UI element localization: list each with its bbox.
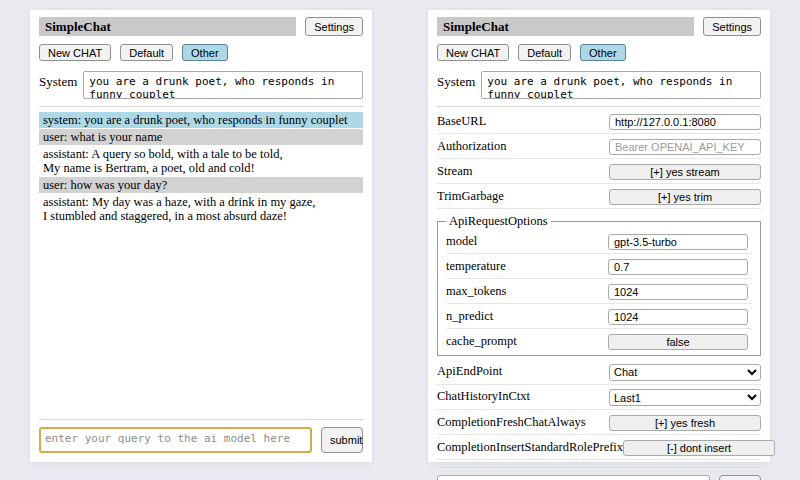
trimgarbage-label: TrimGarbage — [437, 189, 609, 204]
temperature-input[interactable] — [608, 259, 748, 275]
submit-button[interactable]: submit — [719, 475, 761, 480]
n-predict-input[interactable] — [608, 309, 748, 325]
completion-insert-toggle-button[interactable]: [-] dont insert — [623, 440, 775, 456]
stream-toggle-button[interactable]: [+] yes stream — [609, 164, 761, 180]
setting-row-chat-history: ChatHistoryInCtxt Last1 — [437, 385, 761, 411]
submit-button[interactable]: submit — [321, 427, 363, 453]
max-tokens-input[interactable] — [608, 284, 748, 300]
api-endpoint-label: ApiEndPoint — [437, 364, 609, 379]
setting-row-authorization: Authorization — [437, 134, 761, 159]
stream-label: Stream — [437, 164, 609, 179]
system-prompt-input[interactable]: you are a drunk poet, who responds in fu… — [481, 71, 761, 99]
settings-button[interactable]: Settings — [305, 17, 363, 36]
query-input[interactable] — [437, 475, 710, 480]
query-row: submit — [39, 427, 363, 453]
chat-message-user: user: how was your day? — [39, 177, 363, 193]
settings-button[interactable]: Settings — [703, 17, 761, 36]
system-prompt-input[interactable]: you are a drunk poet, who responds in fu… — [83, 71, 363, 99]
settings-panel: SimpleChat Settings New CHAT Default Oth… — [428, 10, 770, 462]
chat-message-system: system: you are a drunk poet, who respon… — [39, 112, 363, 128]
app-title: SimpleChat — [39, 17, 296, 36]
setting-row-trimgarbage: TrimGarbage [+] yes trim — [437, 184, 761, 209]
session-default-button[interactable]: Default — [518, 44, 571, 61]
new-chat-button[interactable]: New CHAT — [39, 44, 111, 61]
api-endpoint-select[interactable]: Chat — [609, 364, 761, 381]
session-buttons: New CHAT Default Other — [437, 44, 761, 61]
setting-row-api-endpoint: ApiEndPoint Chat — [437, 359, 761, 385]
chat-message-assistant: assistant: A query so bold, with a tale … — [39, 146, 363, 176]
system-label: System — [39, 71, 77, 90]
chat-history-select[interactable]: Last1 — [609, 389, 761, 406]
session-other-button[interactable]: Other — [182, 44, 228, 61]
header: SimpleChat Settings — [437, 17, 761, 36]
app-title: SimpleChat — [437, 17, 694, 36]
query-input[interactable] — [39, 427, 312, 453]
authorization-input[interactable] — [609, 139, 761, 155]
authorization-label: Authorization — [437, 139, 609, 154]
setting-row-stream: Stream [+] yes stream — [437, 159, 761, 184]
chat-message-user: user: what is your name — [39, 129, 363, 145]
header: SimpleChat Settings — [39, 17, 363, 36]
setting-row-max-tokens: max_tokens — [446, 279, 752, 304]
chat-history-label: ChatHistoryInCtxt — [437, 389, 609, 404]
cache-prompt-label: cache_prompt — [446, 334, 608, 349]
query-row: submit — [437, 475, 761, 480]
n-predict-label: n_predict — [446, 309, 608, 324]
chat-messages: system: you are a drunk poet, who respon… — [39, 112, 363, 225]
completion-fresh-toggle-button[interactable]: [+] yes fresh — [609, 415, 761, 431]
system-divider — [39, 106, 363, 107]
query-section: submit — [437, 460, 761, 480]
system-prompt-row: System you are a drunk poet, who respond… — [437, 71, 761, 99]
trimgarbage-toggle-button[interactable]: [+] yes trim — [609, 189, 761, 205]
system-prompt-row: System you are a drunk poet, who respond… — [39, 71, 363, 99]
temperature-label: temperature — [446, 259, 608, 274]
baseurl-label: BaseURL — [437, 114, 609, 129]
query-divider — [437, 467, 761, 468]
max-tokens-label: max_tokens — [446, 284, 608, 299]
completion-fresh-label: CompletionFreshChatAlways — [437, 415, 609, 430]
session-default-button[interactable]: Default — [120, 44, 173, 61]
api-request-options-legend: ApiRequestOptions — [446, 214, 551, 229]
setting-row-completion-fresh: CompletionFreshChatAlways [+] yes fresh — [437, 410, 761, 435]
cache-prompt-toggle-button[interactable]: false — [608, 334, 748, 350]
setting-row-completion-insert: CompletionInsertStandardRolePrefix [-] d… — [437, 435, 761, 460]
session-buttons: New CHAT Default Other — [39, 44, 363, 61]
setting-row-temperature: temperature — [446, 254, 752, 279]
system-divider — [437, 106, 761, 107]
setting-row-model: model — [446, 229, 752, 254]
setting-row-n-predict: n_predict — [446, 304, 752, 329]
completion-insert-label: CompletionInsertStandardRolePrefix — [437, 440, 623, 455]
query-divider — [39, 419, 363, 420]
chat-panel: SimpleChat Settings New CHAT Default Oth… — [30, 10, 372, 462]
model-input[interactable] — [608, 234, 748, 250]
settings-form: BaseURL Authorization Stream [+] yes str… — [437, 109, 761, 460]
api-request-options-fieldset: ApiRequestOptions model temperature max_… — [437, 214, 761, 356]
query-section: submit — [39, 412, 363, 453]
setting-row-cache-prompt: cache_prompt false — [446, 329, 752, 353]
chat-message-assistant: assistant: My day was a haze, with a dri… — [39, 194, 363, 224]
baseurl-input[interactable] — [609, 114, 761, 130]
session-other-button[interactable]: Other — [580, 44, 626, 61]
setting-row-baseurl: BaseURL — [437, 109, 761, 134]
new-chat-button[interactable]: New CHAT — [437, 44, 509, 61]
model-label: model — [446, 234, 608, 249]
system-label: System — [437, 71, 475, 90]
